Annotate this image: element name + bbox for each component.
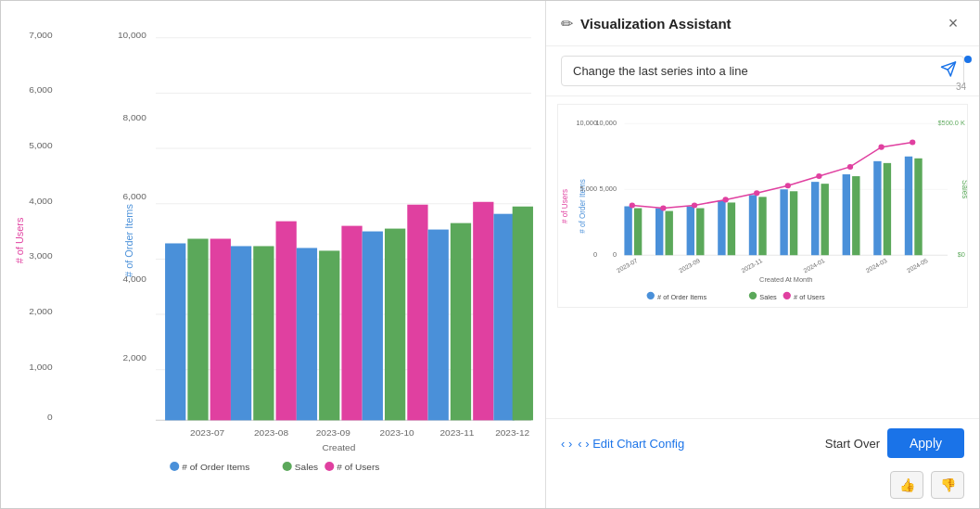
svg-text:4,000: 4,000 [123,274,147,284]
svg-text:# of Order Items: # of Order Items [182,462,249,471]
svg-text:2023-08: 2023-08 [254,427,289,438]
svg-rect-34 [407,205,427,421]
svg-text:Sales: Sales [759,293,777,301]
svg-point-47 [170,462,179,471]
svg-rect-67 [624,207,631,256]
svg-rect-39 [513,207,533,421]
footer-right: Start Over Apply [825,428,964,458]
svg-text:Created: Created [322,442,355,452]
svg-text:2024-05: 2024-05 [906,257,929,274]
close-button[interactable]: × [942,12,964,34]
panel-title: Visualization Assistant [580,16,935,32]
svg-text:3,000: 3,000 [29,250,53,261]
svg-rect-24 [187,239,208,421]
svg-point-51 [325,462,334,471]
svg-point-94 [847,164,853,170]
svg-text:10,000: 10,000 [596,119,617,127]
svg-point-92 [785,183,791,188]
svg-rect-74 [728,202,735,255]
svg-rect-33 [385,229,405,421]
preview-area: # of Users # of Order Items 10,000 5,000… [546,96,979,418]
svg-rect-77 [780,189,787,255]
svg-text:4,000: 4,000 [29,196,53,206]
svg-point-95 [878,145,884,150]
svg-text:6,000: 6,000 [123,191,147,201]
svg-text:Sales: Sales [961,180,967,198]
main-chart-area: # of Users # of Order Items 7,000 6,000 … [1,1,545,508]
svg-point-106 [749,292,757,299]
svg-text:10,000: 10,000 [118,30,146,40]
svg-text:# of Users: # of Users [14,217,25,263]
svg-rect-81 [843,174,850,255]
svg-point-89 [692,202,697,208]
svg-rect-25 [210,239,231,421]
svg-text:0: 0 [613,250,617,259]
svg-rect-82 [852,176,859,255]
char-count: 34 [956,82,966,92]
svg-text:# of Users: # of Users [561,189,569,223]
svg-rect-72 [696,209,704,256]
prompt-row: 34 [546,46,979,96]
svg-text:$0: $0 [958,250,965,259]
send-button[interactable] [940,60,957,82]
thumbs-up-button[interactable]: 👍 [890,471,923,499]
edit-config-button[interactable]: ‹ › ‹ › Edit Chart Config [561,437,684,451]
svg-point-90 [722,197,728,202]
apply-button[interactable]: Apply [887,428,964,458]
svg-point-108 [783,292,791,299]
svg-rect-76 [758,197,766,255]
svg-text:0: 0 [47,412,53,422]
svg-text:2023-11: 2023-11 [740,257,763,274]
svg-rect-85 [905,157,912,255]
svg-text:2023-07: 2023-07 [616,257,639,274]
svg-rect-23 [165,243,185,420]
svg-rect-38 [493,214,514,421]
svg-rect-75 [749,195,757,255]
svg-text:1,000: 1,000 [29,362,53,372]
svg-rect-36 [451,223,471,421]
preview-chart: # of Users # of Order Items 10,000 5,000… [557,104,968,308]
start-over-button[interactable]: Start Over [825,437,880,451]
svg-text:# of Order Items: # of Order Items [123,204,134,277]
svg-rect-70 [666,211,673,256]
prompt-input[interactable] [561,56,964,86]
svg-text:5,000: 5,000 [600,185,617,193]
edit-config-label: ‹ › Edit Chart Config [578,437,684,451]
svg-rect-84 [884,163,891,255]
svg-point-104 [647,292,655,299]
svg-rect-31 [341,226,362,421]
svg-text:2024-03: 2024-03 [865,257,888,274]
svg-text:2023-10: 2023-10 [380,427,415,438]
svg-text:2024-01: 2024-01 [802,257,825,274]
svg-text:2023-07: 2023-07 [190,427,225,438]
svg-text:2023-12: 2023-12 [495,427,530,438]
main-chart-svg: # of Users # of Order Items 7,000 6,000 … [10,10,536,471]
svg-text:7,000: 7,000 [29,30,53,40]
svg-rect-80 [821,184,829,255]
svg-rect-71 [687,207,694,256]
svg-text:# of Users: # of Users [794,293,825,301]
svg-rect-29 [297,248,317,420]
svg-text:Sales: Sales [295,462,318,471]
svg-point-93 [816,173,821,179]
send-icon [940,60,957,77]
svg-rect-32 [363,232,383,421]
svg-point-88 [660,205,666,210]
svg-text:2,000: 2,000 [29,306,53,316]
svg-text:# of Users: # of Users [337,462,379,471]
svg-rect-78 [790,191,797,255]
svg-text:6,000: 6,000 [29,85,53,95]
svg-text:Created At Month: Created At Month [759,275,812,284]
thumbs-down-button[interactable]: 👎 [931,471,964,499]
svg-rect-35 [428,230,449,421]
feedback-row: 👍 👎 [546,467,979,508]
viz-panel: ✏ Visualization Assistant × 34 # of User… [545,1,979,508]
svg-text:5,000: 5,000 [29,140,53,150]
svg-rect-28 [276,222,297,421]
svg-rect-83 [873,161,881,255]
svg-text:2023-11: 2023-11 [439,427,475,438]
svg-rect-69 [655,209,663,256]
code-brackets-icon: ‹ › [561,437,572,451]
svg-point-91 [754,190,759,196]
magic-wand-icon: ✏ [561,15,573,32]
